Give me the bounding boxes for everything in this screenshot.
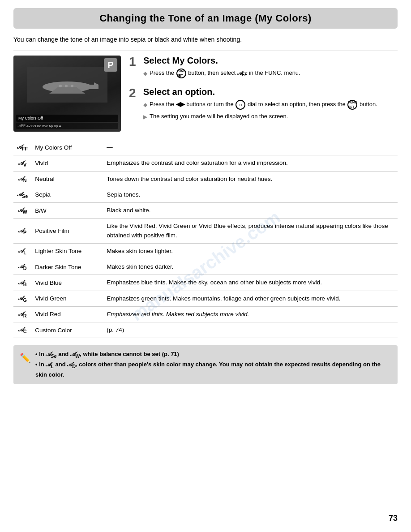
camera-image: P My Colors Off 𝒜FF Av ßN ße ßW Ар ßр А [13, 56, 121, 132]
note-line-2: • In 𝒜L and 𝒜D, colors other than people… [35, 360, 391, 380]
row-desc: Emphasizes blue tints. Makes the sky, oc… [103, 275, 398, 291]
table-row: 𝒜G Vivid Green Emphasizes green tints. M… [13, 291, 398, 306]
row-desc: Emphasizes red tints. Makes red subjects… [103, 306, 398, 322]
camera-icons-row: 𝒜FF Av ßN ße ßW Ар ßр А [16, 123, 118, 129]
step-1-bullet-text: Press the FUNCSET button, then select 𝒜F… [150, 69, 300, 78]
func-set-btn-1: FUNCSET [176, 69, 186, 78]
row-icon: 𝒜L [13, 243, 31, 259]
table-row: 𝒜C Custom Color (p. 74) [13, 322, 398, 338]
row-icon: 𝒜N [13, 171, 31, 187]
row-icon: 𝒜D [13, 259, 31, 275]
note-content: • In 𝒜Se and 𝒜W, white balance cannot be… [35, 350, 391, 380]
page-wrapper: manualsarchive.com Changing the Tone of … [0, 0, 411, 532]
cam-icon-7: ßр [54, 124, 58, 128]
step-2-bullet-2: ▶ The setting you made will be displayed… [143, 112, 398, 121]
row-icon: 𝒜R [13, 306, 31, 322]
note-line-1: • In 𝒜Se and 𝒜W, white balance cannot be… [35, 350, 391, 360]
step-1-num: 1 [129, 56, 139, 68]
row-desc: Like the Vivid Red, Vivid Green or Vivid… [103, 219, 398, 244]
row-desc: Makes skin tones darker. [103, 259, 398, 275]
row-icon: 𝒜W [13, 203, 31, 219]
row-icon: 𝒜V [13, 155, 31, 171]
row-desc: — [103, 140, 398, 155]
airplane-area [22, 64, 112, 105]
svg-point-8 [71, 85, 73, 87]
row-desc: Sepia tones. [103, 187, 398, 202]
instructions-col: 1 Select My Colors. ◆ Press the FUNCSET … [129, 56, 398, 132]
table-row: 𝒜L Lighter Skin Tone Makes skin tones li… [13, 243, 398, 259]
cam-icon-4: ße [37, 124, 41, 128]
bullet-diamond-2: ◆ [143, 101, 147, 110]
row-icon: 𝒜G [13, 291, 31, 306]
row-desc: Makes skin tones lighter. [103, 243, 398, 259]
row-name: Vivid Green [31, 291, 103, 306]
table-row: 𝒜P Positive Film Like the Vivid Red, Viv… [13, 219, 398, 244]
row-desc: Emphasizes the contrast and color satura… [103, 155, 398, 171]
row-icon: 𝒜B [13, 275, 31, 291]
table-row: 𝒜Se Sepia Sepia tones. [13, 187, 398, 202]
camera-ui-bar: My Colors Off [16, 115, 118, 122]
cam-icon-1: 𝒜FF [18, 124, 26, 128]
bullet-arrow-1: ▶ [143, 113, 147, 121]
off-icon: 𝒜FF [237, 70, 247, 76]
page-number: 73 [389, 514, 398, 523]
step-2-num: 2 [129, 87, 139, 99]
row-name: Vivid Blue [31, 275, 103, 291]
row-name: B/W [31, 203, 103, 219]
step-2-title: Select an option. [143, 87, 398, 97]
cam-icon-8: А [59, 124, 61, 128]
step-2-bullet-text-2: The setting you made will be displayed o… [150, 112, 288, 121]
bullet-diamond-1: ◆ [143, 69, 147, 78]
note-box: ✏️ • In 𝒜Se and 𝒜W, white balance cannot… [13, 345, 398, 384]
dial-icon: ○ [235, 100, 245, 110]
func-set-btn-2: FUNCSET [347, 100, 357, 110]
row-icon: 𝒜FF [13, 140, 31, 155]
row-icon: 𝒜Se [13, 187, 31, 202]
row-name: Positive Film [31, 219, 103, 244]
cam-icon-3: ßN [31, 124, 36, 128]
row-desc: Tones down the contrast and color satura… [103, 171, 398, 187]
table-row: 𝒜R Vivid Red Emphasizes red tints. Makes… [13, 306, 398, 322]
table-row: 𝒜N Neutral Tones down the contrast and c… [13, 171, 398, 187]
row-name: Sepia [31, 187, 103, 202]
table-row: 𝒜D Darker Skin Tone Makes skin tones dar… [13, 259, 398, 275]
step-1: 1 Select My Colors. ◆ Press the FUNCSET … [129, 56, 398, 81]
row-name: My Colors Off [31, 140, 103, 155]
step-1-bullet-1: ◆ Press the FUNCSET button, then select … [143, 69, 398, 78]
cam-icon-5: ßW [42, 124, 47, 128]
intro-text: You can change the tone of an image into… [13, 35, 398, 44]
row-name: Neutral [31, 171, 103, 187]
row-name: Darker Skin Tone [31, 259, 103, 275]
table-row: 𝒜V Vivid Emphasizes the contrast and col… [13, 155, 398, 171]
row-name: Vivid Red [31, 306, 103, 322]
row-icon: 𝒜P [13, 219, 31, 244]
table-row: 𝒜B Vivid Blue Emphasizes blue tints. Mak… [13, 275, 398, 291]
note-pencil-icon: ✏️ [20, 351, 31, 365]
svg-marker-4 [90, 85, 98, 89]
svg-point-6 [59, 85, 62, 87]
row-name: Custom Color [31, 322, 103, 338]
table-row: 𝒜W B/W Black and white. [13, 203, 398, 219]
page-title: Changing the Tone of an Image (My Colors… [13, 8, 398, 29]
row-name-lighter-skin: Lighter Skin Tone [31, 243, 103, 259]
row-desc: (p. 74) [103, 322, 398, 338]
step-1-content: Select My Colors. ◆ Press the FUNCSET bu… [143, 56, 398, 81]
svg-point-7 [65, 85, 68, 87]
step-2-bullet-1: ◆ Press the ◀▶ buttons or turn the ○ dia… [143, 100, 398, 110]
row-icon: 𝒜C [13, 322, 31, 338]
step-2-bullet-text-1: Press the ◀▶ buttons or turn the ○ dial … [150, 100, 377, 110]
p-badge: P [104, 58, 117, 72]
colors-table: 𝒜FF My Colors Off — 𝒜V Vivid Emphasizes … [13, 140, 398, 338]
step-1-title: Select My Colors. [143, 56, 398, 66]
row-desc: Black and white. [103, 203, 398, 219]
row-desc: Emphasizes green tints. Makes mountains,… [103, 291, 398, 306]
row-name: Vivid [31, 155, 103, 171]
cam-icon-2: Av [26, 124, 30, 128]
table-row: 𝒜FF My Colors Off — [13, 140, 398, 155]
instruction-section: P My Colors Off 𝒜FF Av ßN ße ßW Ар ßр А … [13, 51, 398, 132]
cam-icon-6: Ар [48, 124, 53, 128]
step-2: 2 Select an option. ◆ Press the ◀▶ butto… [129, 87, 398, 123]
step-2-content: Select an option. ◆ Press the ◀▶ buttons… [143, 87, 398, 123]
